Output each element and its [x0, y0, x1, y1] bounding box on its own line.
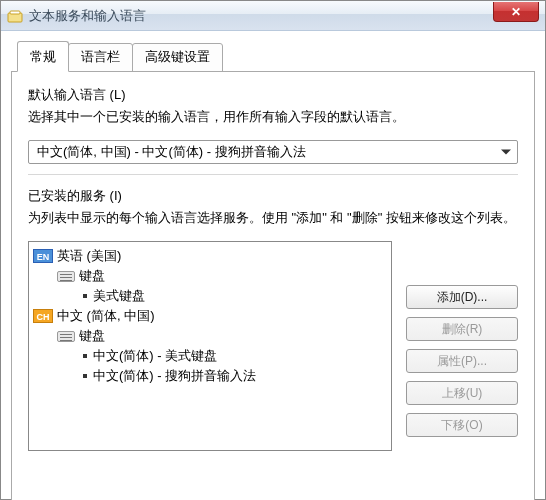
tree-lang-en[interactable]: EN 英语 (美国) [33, 246, 387, 266]
move-up-button[interactable]: 上移(U) [406, 381, 518, 405]
tab-advanced-keys[interactable]: 高级键设置 [132, 43, 223, 72]
tree-layout-item[interactable]: 中文(简体) - 美式键盘 [33, 346, 387, 366]
tab-label: 高级键设置 [145, 49, 210, 64]
tab-language-bar[interactable]: 语言栏 [68, 43, 133, 72]
close-button[interactable]: ✕ [493, 2, 539, 22]
section-divider [28, 174, 518, 175]
tab-pane: 默认输入语言 (L) 选择其中一个已安装的输入语言，用作所有输入字段的默认语言。… [11, 71, 535, 500]
combo-selected-text: 中文(简体, 中国) - 中文(简体) - 搜狗拼音输入法 [37, 143, 306, 161]
keyboard-icon [57, 271, 75, 282]
move-down-button[interactable]: 下移(O) [406, 413, 518, 437]
tabstrip: 常规 语言栏 高级键设置 [11, 41, 535, 72]
tree-category-keyboard[interactable]: 键盘 [33, 266, 387, 286]
tree-layout-label: 中文(简体) - 美式键盘 [93, 347, 217, 365]
tree-lang-label: 中文 (简体, 中国) [57, 307, 155, 325]
dialog-window: 文本服务和输入语言 ✕ 常规 语言栏 高级键设置 默认输入语言 (L) 选择其中… [0, 0, 546, 500]
default-language-desc: 选择其中一个已安装的输入语言，用作所有输入字段的默认语言。 [28, 108, 518, 126]
language-tree[interactable]: EN 英语 (美国) 键盘 美式键盘 [28, 241, 392, 451]
tree-layout-item[interactable]: 中文(简体) - 搜狗拼音输入法 [33, 366, 387, 386]
properties-button[interactable]: 属性(P)... [406, 349, 518, 373]
tree-wrap: EN 英语 (美国) 键盘 美式键盘 [28, 241, 392, 451]
remove-button[interactable]: 删除(R) [406, 317, 518, 341]
lang-badge-en: EN [33, 249, 53, 263]
default-language-title: 默认输入语言 (L) [28, 86, 518, 104]
tree-layout-item[interactable]: 美式键盘 [33, 286, 387, 306]
button-label: 属性(P)... [437, 353, 487, 370]
close-icon: ✕ [511, 5, 521, 19]
default-language-combo[interactable]: 中文(简体, 中国) - 中文(简体) - 搜狗拼音输入法 [28, 140, 518, 164]
button-label: 上移(U) [442, 385, 483, 402]
tab-general[interactable]: 常规 [17, 41, 69, 72]
tree-category-label: 键盘 [79, 267, 105, 285]
keyboard-icon [57, 331, 75, 342]
installed-services-title: 已安装的服务 (I) [28, 187, 518, 205]
tab-label: 常规 [30, 49, 56, 64]
installed-services-desc: 为列表中显示的每个输入语言选择服务。使用 "添加" 和 "删除" 按钮来修改这个… [28, 209, 518, 227]
button-label: 添加(D)... [437, 289, 488, 306]
chevron-down-icon [501, 150, 511, 155]
button-label: 删除(R) [442, 321, 483, 338]
default-language-section: 默认输入语言 (L) 选择其中一个已安装的输入语言，用作所有输入字段的默认语言。… [28, 86, 518, 164]
tree-layout-label: 中文(简体) - 搜狗拼音输入法 [93, 367, 256, 385]
tree-category-keyboard[interactable]: 键盘 [33, 326, 387, 346]
content-area: 常规 语言栏 高级键设置 默认输入语言 (L) 选择其中一个已安装的输入语言，用… [1, 31, 545, 500]
svg-rect-1 [10, 11, 20, 14]
app-icon [7, 8, 23, 24]
button-column: 添加(D)... 删除(R) 属性(P)... 上移(U) 下移(O) [406, 241, 518, 451]
bullet-icon [83, 294, 87, 298]
installed-services-section: 已安装的服务 (I) 为列表中显示的每个输入语言选择服务。使用 "添加" 和 "… [28, 187, 518, 451]
add-button[interactable]: 添加(D)... [406, 285, 518, 309]
tree-lang-ch[interactable]: CH 中文 (简体, 中国) [33, 306, 387, 326]
bullet-icon [83, 354, 87, 358]
titlebar: 文本服务和输入语言 ✕ [1, 1, 545, 31]
services-area: EN 英语 (美国) 键盘 美式键盘 [28, 241, 518, 451]
tree-category-label: 键盘 [79, 327, 105, 345]
window-title: 文本服务和输入语言 [29, 7, 146, 25]
button-label: 下移(O) [441, 417, 482, 434]
tab-label: 语言栏 [81, 49, 120, 64]
bullet-icon [83, 374, 87, 378]
tree-lang-label: 英语 (美国) [57, 247, 121, 265]
lang-badge-ch: CH [33, 309, 53, 323]
tree-layout-label: 美式键盘 [93, 287, 145, 305]
